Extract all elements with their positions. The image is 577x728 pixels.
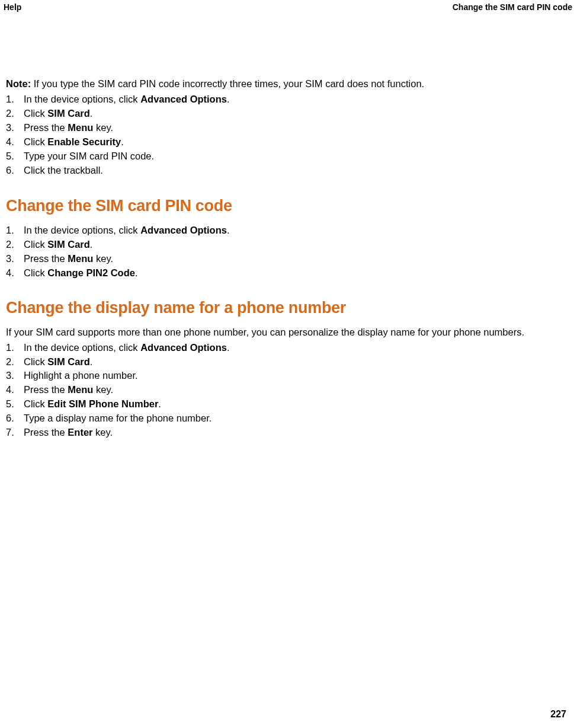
section1-steps: In the device options, click Advanced Op… xyxy=(6,92,571,178)
step-bold: SIM Card xyxy=(47,356,90,367)
page-header: Help Change the SIM card PIN code xyxy=(0,0,577,12)
step-text: Click xyxy=(24,239,47,250)
step-post: . xyxy=(158,398,161,409)
step-post: . xyxy=(135,267,138,278)
section2-heading: Change the SIM card PIN code xyxy=(6,197,571,215)
note-text: If you type the SIM card PIN code incorr… xyxy=(31,78,424,89)
step-bold: Advanced Options xyxy=(140,225,227,235)
step-bold: Advanced Options xyxy=(140,342,227,353)
list-item: Click SIM Card. xyxy=(6,355,571,369)
step-text: Click xyxy=(24,267,47,278)
step-bold: SIM Card xyxy=(47,108,90,119)
step-text: Press the xyxy=(24,122,68,133)
page-number: 227 xyxy=(550,709,566,720)
list-item: Press the Menu key. xyxy=(6,121,571,135)
step-post: . xyxy=(121,136,124,147)
step-post: key. xyxy=(93,122,113,133)
list-item: Type a display name for the phone number… xyxy=(6,411,571,426)
page-content: Note: If you type the SIM card PIN code … xyxy=(0,12,577,440)
list-item: In the device options, click Advanced Op… xyxy=(6,341,571,355)
list-item: Click SIM Card. xyxy=(6,107,571,121)
step-post: . xyxy=(227,342,230,353)
step-bold: Change PIN2 Code xyxy=(47,267,135,278)
list-item: Type your SIM card PIN code. xyxy=(6,149,571,164)
section2-steps: In the device options, click Advanced Op… xyxy=(6,223,571,280)
section3-intro: If your SIM card supports more than one … xyxy=(6,325,571,339)
step-bold: Edit SIM Phone Number xyxy=(47,398,158,409)
step-text: In the device options, click xyxy=(24,225,140,235)
step-text: Click xyxy=(24,398,47,409)
list-item: Click Change PIN2 Code. xyxy=(6,266,571,280)
list-item: Click SIM Card. xyxy=(6,238,571,252)
step-text: Highlight a phone number. xyxy=(24,370,138,381)
list-item: In the device options, click Advanced Op… xyxy=(6,92,571,107)
step-text: In the device options, click xyxy=(24,342,140,353)
step-post: key. xyxy=(92,427,113,438)
step-text: Press the xyxy=(24,427,68,438)
step-post: . xyxy=(227,94,230,104)
step-post: . xyxy=(227,225,230,235)
note-label: Note: xyxy=(6,78,31,89)
step-post: . xyxy=(90,108,93,119)
step-text: Type your SIM card PIN code. xyxy=(24,151,154,161)
list-item: Click Edit SIM Phone Number. xyxy=(6,397,571,411)
step-text: Press the xyxy=(24,253,68,264)
header-left: Help xyxy=(4,2,21,12)
note-line: Note: If you type the SIM card PIN code … xyxy=(6,77,571,90)
step-text: Click xyxy=(24,136,47,147)
list-item: Press the Menu key. xyxy=(6,252,571,266)
step-text: Press the xyxy=(24,384,68,395)
step-bold: Advanced Options xyxy=(140,94,227,104)
step-bold: Enable Security xyxy=(47,136,121,147)
list-item: Highlight a phone number. xyxy=(6,369,571,383)
step-bold: Menu xyxy=(68,122,93,133)
step-bold: Menu xyxy=(68,384,93,395)
list-item: Click Enable Security. xyxy=(6,135,571,149)
list-item: Press the Enter key. xyxy=(6,426,571,440)
step-bold: Menu xyxy=(68,253,93,264)
step-text: Click xyxy=(24,108,47,119)
section3-heading: Change the display name for a phone numb… xyxy=(6,299,571,317)
step-post: . xyxy=(90,239,93,250)
list-item: Press the Menu key. xyxy=(6,383,571,397)
step-post: . xyxy=(90,356,93,367)
section3-steps: In the device options, click Advanced Op… xyxy=(6,341,571,440)
step-text: Click the trackball. xyxy=(24,165,103,175)
step-post: key. xyxy=(93,253,113,264)
step-post: key. xyxy=(93,384,113,395)
step-text: Type a display name for the phone number… xyxy=(24,413,211,423)
step-text: Click xyxy=(24,356,47,367)
step-bold: SIM Card xyxy=(47,239,90,250)
list-item: Click the trackball. xyxy=(6,164,571,178)
header-right: Change the SIM card PIN code xyxy=(453,2,572,12)
step-text: In the device options, click xyxy=(24,94,140,104)
step-bold: Enter xyxy=(68,427,92,438)
list-item: In the device options, click Advanced Op… xyxy=(6,223,571,238)
